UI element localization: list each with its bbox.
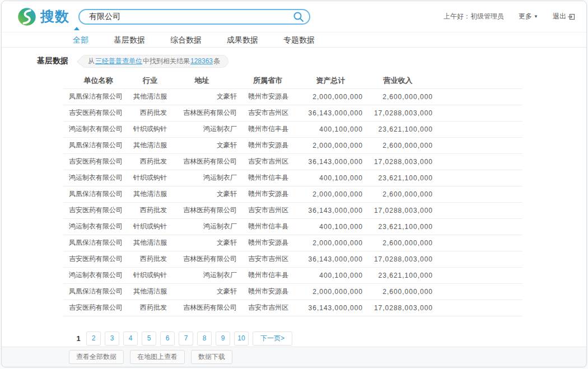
cell-assets: 36,143,000,000: [298, 153, 363, 170]
result-middle: 中找到相关结果: [143, 57, 190, 66]
cell-revenue: 2,600,000,000: [363, 235, 433, 251]
tab-3[interactable]: 成果数据: [227, 32, 258, 48]
cell-assets: 2,000,000,000: [298, 235, 363, 251]
cell-address: 文豪轩: [167, 235, 237, 251]
page-button-7[interactable]: 7: [179, 331, 193, 345]
logout-icon: [568, 13, 575, 20]
header: 搜数 上午好：初级管理员 更多 ▼ 退出: [2, 1, 586, 32]
search-button[interactable]: [293, 11, 304, 22]
result-prefix: 从: [88, 57, 95, 66]
page-button-5[interactable]: 5: [142, 331, 156, 345]
table-row[interactable]: 吉安医药有限公司西药批发吉林医药有限公司吉安市吉州区36,143,000,000…: [63, 153, 522, 170]
logo[interactable]: 搜数: [17, 7, 69, 26]
cell-revenue: 2,600,000,000: [363, 88, 433, 105]
cell-unit-name: 凤凰保洁有限公司: [63, 137, 133, 153]
footer-button-2[interactable]: 数据下载: [191, 350, 232, 364]
table-row[interactable]: 凤凰保洁有限公司其他清洁服文豪轩赣州市安源县2,000,000,0002,600…: [63, 137, 522, 153]
table-row[interactable]: 凤凰保洁有限公司其他清洁服文豪轩赣州市安源县2,000,000,0002,600…: [63, 186, 522, 202]
cell-filler: [433, 137, 522, 153]
more-button[interactable]: 更多 ▼: [519, 12, 538, 21]
page-button-3[interactable]: 3: [105, 331, 119, 345]
search-box: [78, 9, 310, 25]
cell-region: 吉安市吉州区: [237, 202, 298, 218]
cell-address: 吉林医药有限公司: [167, 153, 237, 170]
table-header-row: 单位名称行业地址所属省市资产总计营业收入: [63, 73, 522, 88]
page-button-9[interactable]: 9: [216, 331, 230, 345]
cell-address: 吉林医药有限公司: [167, 202, 237, 218]
cell-revenue: 23,621,100,000: [363, 170, 433, 186]
cell-region: 吉安市吉州区: [237, 251, 298, 267]
table-row[interactable]: 吉安医药有限公司西药批发吉林医药有限公司吉安市吉州区36,143,000,000…: [63, 300, 522, 316]
logout-label: 退出: [553, 12, 566, 21]
cell-revenue: 17,0288,003,000: [363, 202, 433, 218]
page-button-10[interactable]: 10: [234, 331, 249, 345]
table-row[interactable]: 凤凰保洁有限公司其他清洁服文豪轩赣州市安源县2,000,000,0002,600…: [63, 88, 522, 105]
app-window: 搜数 上午好：初级管理员 更多 ▼ 退出: [1, 1, 587, 367]
tab-0[interactable]: 全部: [73, 32, 88, 48]
cell-revenue: 17,0288,003,000: [363, 251, 433, 267]
chevron-down-icon: ▼: [534, 14, 538, 19]
cell-region: 吉安市吉州区: [237, 105, 298, 121]
cell-industry: 针织或钩针: [133, 170, 167, 186]
cell-unit-name: 吉安医药有限公司: [63, 153, 133, 170]
cell-address: 吉林医药有限公司: [167, 251, 237, 267]
table-row[interactable]: 凤凰保洁有限公司其他清洁服文豪轩赣州市安源县2,000,000,0002,600…: [63, 235, 522, 251]
cell-assets: 400,100,000: [298, 170, 363, 186]
cell-revenue: 23,621,100,000: [363, 218, 433, 235]
cell-assets: 2,000,000,000: [298, 88, 363, 105]
next-page-button[interactable]: 下一页>: [253, 331, 292, 345]
table-row[interactable]: 鸿运制衣有限公司针织或钩针鸿运制衣厂赣州市信丰县400,100,00023,62…: [63, 121, 522, 137]
tab-2[interactable]: 综合数据: [170, 32, 202, 48]
active-search-pointer: [74, 27, 80, 30]
logout-button[interactable]: 退出: [553, 12, 575, 21]
cell-revenue: 17,0288,003,000: [363, 153, 433, 170]
cell-region: 赣州市信丰县: [237, 121, 298, 137]
cell-industry: 西药批发: [133, 202, 167, 218]
cell-address: 鸿运制衣厂: [167, 170, 237, 186]
table-row[interactable]: 鸿运制衣有限公司针织或钩针鸿运制衣厂赣州市信丰县400,100,00023,62…: [63, 267, 522, 283]
cell-region: 赣州市信丰县: [237, 267, 298, 283]
table-row[interactable]: 凤凰保洁有限公司其他清洁服文豪轩赣州市安源县2,000,000,0002,600…: [63, 283, 522, 300]
cell-revenue: 17,0288,003,000: [363, 300, 433, 316]
result-suffix: 条: [213, 57, 220, 66]
cell-unit-name: 凤凰保洁有限公司: [63, 283, 133, 300]
cell-assets: 2,000,000,000: [298, 186, 363, 202]
column-header: 地址: [167, 73, 237, 88]
column-header: 行业: [133, 73, 167, 88]
table-row[interactable]: 吉安医药有限公司西药批发吉林医药有限公司吉安市吉州区36,143,000,000…: [63, 105, 522, 121]
cell-unit-name: 吉安医药有限公司: [63, 202, 133, 218]
more-label: 更多: [519, 12, 532, 21]
cell-assets: 2,000,000,000: [298, 283, 363, 300]
cell-assets: 400,100,000: [298, 218, 363, 235]
search-input[interactable]: [78, 9, 310, 25]
cell-address: 鸿运制衣厂: [167, 121, 237, 137]
page-button-2[interactable]: 2: [86, 331, 101, 345]
page-button-6[interactable]: 6: [160, 331, 175, 345]
cell-address: 文豪轩: [167, 137, 237, 153]
table-row[interactable]: 鸿运制衣有限公司针织或钩针鸿运制衣厂赣州市信丰县400,100,00023,62…: [63, 218, 522, 235]
pagination: 1 2345678910 下一页>: [74, 331, 586, 345]
cell-revenue: 2,600,000,000: [363, 137, 433, 153]
footer-bar: 查看全部数据在地图上查看数据下载: [2, 347, 586, 367]
tab-4[interactable]: 专题数据: [283, 32, 315, 48]
table-row[interactable]: 吉安医药有限公司西药批发吉林医药有限公司吉安市吉州区36,143,000,000…: [63, 251, 522, 267]
cell-region: 赣州市信丰县: [237, 218, 298, 235]
footer-button-0[interactable]: 查看全部数据: [69, 350, 124, 364]
cell-address: 吉林医药有限公司: [167, 105, 237, 121]
cell-region: 赣州市安源县: [237, 137, 298, 153]
page-button-4[interactable]: 4: [123, 331, 138, 345]
table-row[interactable]: 吉安医药有限公司西药批发吉林医药有限公司吉安市吉州区36,143,000,000…: [63, 202, 522, 218]
cell-region: 赣州市安源县: [237, 235, 298, 251]
cell-industry: 西药批发: [133, 153, 167, 170]
cell-filler: [433, 170, 522, 186]
footer-button-1[interactable]: 在地图上查看: [130, 350, 185, 364]
tab-1[interactable]: 基层数据: [114, 32, 145, 48]
table-row[interactable]: 鸿运制衣有限公司针织或钩针鸿运制衣厂赣州市信丰县400,100,00023,62…: [63, 170, 522, 186]
result-count-link[interactable]: 128363: [190, 57, 213, 65]
source-link[interactable]: 三经普普查单位: [95, 57, 142, 66]
cell-filler: [433, 267, 522, 283]
cell-unit-name: 鸿运制衣有限公司: [63, 267, 133, 283]
cell-region: 赣州市信丰县: [237, 170, 298, 186]
cell-address: 鸿运制衣厂: [167, 218, 237, 235]
page-button-8[interactable]: 8: [197, 331, 212, 345]
